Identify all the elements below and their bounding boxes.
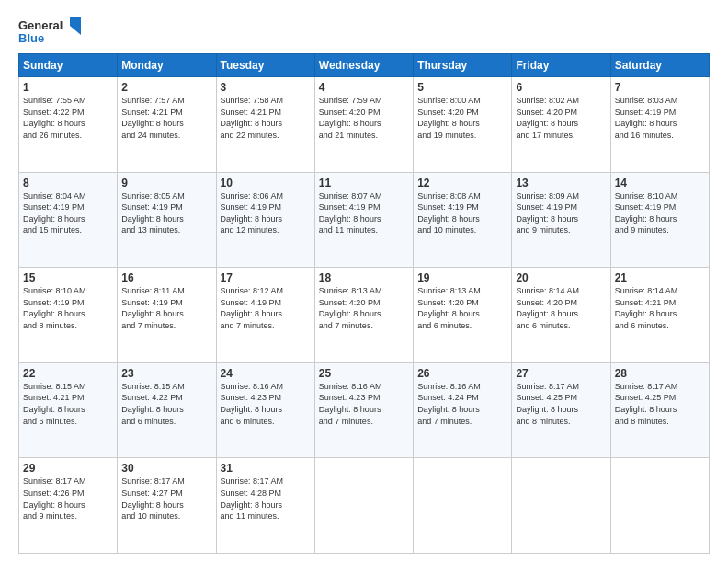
dow-header-saturday: Saturday [610,54,709,77]
dow-header-friday: Friday [512,54,610,77]
day-number: 5 [417,81,507,94]
day-info: Sunrise: 7:59 AM Sunset: 4:20 PM Dayligh… [319,95,409,141]
day-number: 6 [516,81,606,94]
calendar-cell: 8Sunrise: 8:04 AM Sunset: 4:19 PM Daylig… [19,172,118,268]
calendar-cell: 18Sunrise: 8:13 AM Sunset: 4:20 PM Dayli… [314,268,413,363]
day-info: Sunrise: 8:17 AM Sunset: 4:28 PM Dayligh… [221,476,311,522]
day-number: 15 [23,271,113,284]
day-info: Sunrise: 8:09 AM Sunset: 4:19 PM Dayligh… [516,190,606,236]
day-number: 29 [23,462,113,475]
logo-svg: GeneralBlue [18,17,83,46]
dow-header-monday: Monday [118,54,216,77]
calendar-cell: 24Sunrise: 8:16 AM Sunset: 4:23 PM Dayli… [216,362,314,458]
dow-header-tuesday: Tuesday [216,54,314,77]
calendar-cell: 12Sunrise: 8:08 AM Sunset: 4:19 PM Dayli… [414,172,512,268]
calendar-table: SundayMondayTuesdayWednesdayThursdayFrid… [18,53,710,554]
calendar-cell: 25Sunrise: 8:16 AM Sunset: 4:23 PM Dayli… [314,362,413,458]
day-info: Sunrise: 8:17 AM Sunset: 4:26 PM Dayligh… [23,476,113,522]
day-number: 4 [319,81,409,94]
calendar-cell: 29Sunrise: 8:17 AM Sunset: 4:26 PM Dayli… [19,458,118,554]
calendar-cell: 1Sunrise: 7:55 AM Sunset: 4:22 PM Daylig… [19,77,118,173]
calendar-cell: 5Sunrise: 8:00 AM Sunset: 4:20 PM Daylig… [414,77,512,173]
day-number: 20 [516,271,606,284]
calendar-cell: 26Sunrise: 8:16 AM Sunset: 4:24 PM Dayli… [414,362,512,458]
calendar-cell: 13Sunrise: 8:09 AM Sunset: 4:19 PM Dayli… [512,172,610,268]
day-info: Sunrise: 8:12 AM Sunset: 4:19 PM Dayligh… [221,285,311,331]
calendar-cell: 20Sunrise: 8:14 AM Sunset: 4:20 PM Dayli… [512,268,610,363]
day-info: Sunrise: 8:10 AM Sunset: 4:19 PM Dayligh… [615,190,705,236]
day-info: Sunrise: 8:10 AM Sunset: 4:19 PM Dayligh… [23,285,113,331]
day-info: Sunrise: 7:57 AM Sunset: 4:21 PM Dayligh… [121,95,211,141]
calendar-cell [512,458,610,554]
day-number: 31 [221,462,311,475]
day-number: 7 [615,81,705,94]
page-header: GeneralBlue [18,17,710,46]
calendar-cell: 10Sunrise: 8:06 AM Sunset: 4:19 PM Dayli… [216,172,314,268]
dow-header-wednesday: Wednesday [314,54,413,77]
calendar-cell: 6Sunrise: 8:02 AM Sunset: 4:20 PM Daylig… [512,77,610,173]
day-number: 16 [121,271,211,284]
day-number: 30 [121,462,211,475]
day-info: Sunrise: 8:17 AM Sunset: 4:25 PM Dayligh… [516,381,606,427]
calendar-cell: 21Sunrise: 8:14 AM Sunset: 4:21 PM Dayli… [610,268,709,363]
day-info: Sunrise: 7:58 AM Sunset: 4:21 PM Dayligh… [221,95,311,141]
day-info: Sunrise: 8:15 AM Sunset: 4:21 PM Dayligh… [23,381,113,427]
day-number: 18 [319,271,409,284]
day-info: Sunrise: 8:11 AM Sunset: 4:19 PM Dayligh… [121,285,211,331]
day-info: Sunrise: 8:08 AM Sunset: 4:19 PM Dayligh… [417,190,507,236]
calendar-cell: 4Sunrise: 7:59 AM Sunset: 4:20 PM Daylig… [314,77,413,173]
calendar-cell: 3Sunrise: 7:58 AM Sunset: 4:21 PM Daylig… [216,77,314,173]
calendar-cell: 22Sunrise: 8:15 AM Sunset: 4:21 PM Dayli… [19,362,118,458]
day-info: Sunrise: 8:16 AM Sunset: 4:24 PM Dayligh… [417,381,507,427]
day-info: Sunrise: 8:07 AM Sunset: 4:19 PM Dayligh… [319,190,409,236]
svg-text:Blue: Blue [18,31,44,45]
calendar-cell: 11Sunrise: 8:07 AM Sunset: 4:19 PM Dayli… [314,172,413,268]
day-info: Sunrise: 8:13 AM Sunset: 4:20 PM Dayligh… [417,285,507,331]
day-number: 19 [417,271,507,284]
calendar-cell: 15Sunrise: 8:10 AM Sunset: 4:19 PM Dayli… [19,268,118,363]
calendar-cell: 28Sunrise: 8:17 AM Sunset: 4:25 PM Dayli… [610,362,709,458]
calendar-cell: 23Sunrise: 8:15 AM Sunset: 4:22 PM Dayli… [118,362,216,458]
calendar-cell [610,458,709,554]
calendar-cell: 17Sunrise: 8:12 AM Sunset: 4:19 PM Dayli… [216,268,314,363]
day-number: 21 [615,271,705,284]
dow-header-thursday: Thursday [414,54,512,77]
calendar-cell: 7Sunrise: 8:03 AM Sunset: 4:19 PM Daylig… [610,77,709,173]
day-number: 28 [615,367,705,380]
day-number: 25 [319,367,409,380]
day-number: 11 [319,177,409,190]
day-info: Sunrise: 8:16 AM Sunset: 4:23 PM Dayligh… [319,381,409,427]
day-number: 3 [221,81,311,94]
day-number: 23 [121,367,211,380]
calendar-cell [314,458,413,554]
day-info: Sunrise: 8:16 AM Sunset: 4:23 PM Dayligh… [221,381,311,427]
day-number: 27 [516,367,606,380]
calendar-cell: 19Sunrise: 8:13 AM Sunset: 4:20 PM Dayli… [414,268,512,363]
day-number: 8 [23,177,113,190]
day-info: Sunrise: 8:00 AM Sunset: 4:20 PM Dayligh… [417,95,507,141]
day-number: 12 [417,177,507,190]
day-number: 2 [121,81,211,94]
day-info: Sunrise: 8:14 AM Sunset: 4:21 PM Dayligh… [615,285,705,331]
dow-header-sunday: Sunday [19,54,118,77]
day-number: 14 [615,177,705,190]
svg-marker-2 [70,17,81,35]
logo: GeneralBlue [18,17,83,46]
calendar-cell: 2Sunrise: 7:57 AM Sunset: 4:21 PM Daylig… [118,77,216,173]
day-info: Sunrise: 8:13 AM Sunset: 4:20 PM Dayligh… [319,285,409,331]
day-info: Sunrise: 8:17 AM Sunset: 4:25 PM Dayligh… [615,381,705,427]
day-info: Sunrise: 8:17 AM Sunset: 4:27 PM Dayligh… [121,476,211,522]
day-info: Sunrise: 8:03 AM Sunset: 4:19 PM Dayligh… [615,95,705,141]
day-info: Sunrise: 8:02 AM Sunset: 4:20 PM Dayligh… [516,95,606,141]
svg-text:General: General [18,18,63,32]
day-info: Sunrise: 7:55 AM Sunset: 4:22 PM Dayligh… [23,95,113,141]
day-info: Sunrise: 8:15 AM Sunset: 4:22 PM Dayligh… [121,381,211,427]
day-number: 9 [121,177,211,190]
day-number: 24 [221,367,311,380]
calendar-cell: 16Sunrise: 8:11 AM Sunset: 4:19 PM Dayli… [118,268,216,363]
day-number: 22 [23,367,113,380]
day-number: 13 [516,177,606,190]
calendar-cell: 14Sunrise: 8:10 AM Sunset: 4:19 PM Dayli… [610,172,709,268]
calendar-cell [414,458,512,554]
day-number: 10 [221,177,311,190]
